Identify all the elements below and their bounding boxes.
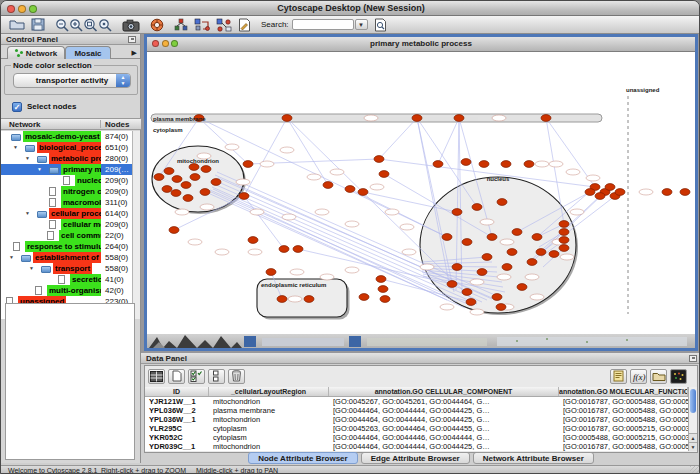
network-node[interactable] xyxy=(605,184,615,191)
import-attributes-icon[interactable] xyxy=(650,369,667,384)
network-node[interactable] xyxy=(479,161,489,168)
delete-attribute-icon[interactable] xyxy=(228,369,245,384)
attribute-table-header[interactable]: ID _cellularLayoutRegion annotation.GO C… xyxy=(145,387,688,397)
expand-arrow-icon[interactable]: ▼ xyxy=(13,142,18,153)
network-node[interactable] xyxy=(662,189,672,196)
network-node[interactable] xyxy=(549,251,559,258)
select-nodes-checkbox[interactable]: ✓ xyxy=(12,102,22,112)
network-node[interactable] xyxy=(172,176,182,183)
tree-row[interactable]: multi-organism pro42(0) xyxy=(1,285,132,296)
network-node[interactable] xyxy=(477,269,487,276)
zoom-fit-icon[interactable] xyxy=(83,17,98,32)
tree-row[interactable]: ▼establishment of lo558(0) xyxy=(1,252,132,263)
vizmapper-icon[interactable] xyxy=(174,17,188,32)
expand-arrow-icon[interactable]: ▼ xyxy=(9,252,14,263)
network-node[interactable] xyxy=(442,234,452,241)
network-node[interactable] xyxy=(243,161,253,168)
network-node[interactable] xyxy=(169,227,179,234)
tab-scroll-right-icon[interactable]: ▶ xyxy=(132,49,137,57)
tab-node-attribute-browser[interactable]: Node Attribute Browser xyxy=(248,452,358,464)
table-row[interactable]: YLR295Ccytoplasm[GO:0045263, GO:0044464,… xyxy=(145,424,688,433)
network-node[interactable] xyxy=(171,190,181,197)
network-node[interactable] xyxy=(502,264,512,271)
network-node[interactable] xyxy=(492,294,502,301)
network-node[interactable] xyxy=(412,115,422,122)
layout-b-icon[interactable] xyxy=(216,17,232,32)
network-node[interactable] xyxy=(154,174,164,181)
expand-arrow-icon[interactable]: ▼ xyxy=(29,263,34,274)
network-node[interactable] xyxy=(615,189,625,196)
network-node[interactable] xyxy=(497,199,507,206)
network-node[interactable] xyxy=(524,161,534,168)
advanced-search-icon[interactable] xyxy=(374,17,387,32)
col-molecular-function[interactable]: annotation.GO MOLECULAR_FUNCTION xyxy=(559,387,688,396)
network-node[interactable] xyxy=(517,284,527,291)
save-icon[interactable] xyxy=(31,17,45,32)
open-icon[interactable] xyxy=(9,17,25,32)
network-node[interactable] xyxy=(304,296,314,303)
network-node[interactable] xyxy=(559,221,569,228)
expand-arrow-icon[interactable]: ▼ xyxy=(25,153,30,164)
network-edge[interactable] xyxy=(379,118,417,159)
select-all-attributes-icon[interactable] xyxy=(188,369,205,384)
network-node[interactable] xyxy=(507,249,517,256)
search-input[interactable] xyxy=(292,19,354,30)
network-node[interactable] xyxy=(248,237,258,244)
network-node[interactable] xyxy=(200,189,210,196)
network-node[interactable] xyxy=(282,115,292,122)
attribute-matrix-icon[interactable] xyxy=(670,369,687,384)
network-node[interactable] xyxy=(183,195,193,202)
tree-row[interactable]: ▼primary metabo209(… xyxy=(1,164,132,175)
table-scrollbar[interactable]: ▲ ▼ xyxy=(688,387,697,451)
network-node[interactable] xyxy=(164,168,174,175)
annotation-icon[interactable] xyxy=(238,17,251,32)
network-node[interactable] xyxy=(201,166,211,173)
zoom-out-icon[interactable] xyxy=(55,17,69,32)
network-node[interactable] xyxy=(559,229,569,236)
table-row[interactable]: YKR052Ccytoplasm[GO:0044464, GO:0044446,… xyxy=(145,433,688,442)
network-node[interactable] xyxy=(211,179,221,186)
network-node[interactable] xyxy=(277,296,287,303)
window-titlebar[interactable]: Cytoscape Desktop (New Session) xyxy=(1,1,700,16)
table-row[interactable]: YDR039C__1mitochondrion[GO:0044464, GO:0… xyxy=(145,442,688,451)
tree-row[interactable]: ▼biological_process651(0) xyxy=(1,142,132,153)
network-node[interactable] xyxy=(541,115,551,122)
float-panel-icon[interactable] xyxy=(128,36,136,43)
tree-row[interactable]: cell communicat22(0) xyxy=(1,230,132,241)
new-attribute-icon[interactable] xyxy=(168,369,185,384)
table-row[interactable]: YJR121W__1mitochondrion[GO:0045267, GO:0… xyxy=(145,397,688,406)
tree-row[interactable]: response to stimulu264(0) xyxy=(1,241,132,252)
network-node[interactable] xyxy=(345,186,355,193)
network-node[interactable] xyxy=(358,189,368,196)
scroll-up-icon[interactable]: ▲ xyxy=(689,433,697,442)
network-node[interactable] xyxy=(323,182,333,189)
tree-row[interactable]: macromolecule311(0) xyxy=(1,197,132,208)
col-id[interactable]: ID xyxy=(145,387,209,396)
annotation-note-icon[interactable] xyxy=(610,369,627,384)
network-node[interactable] xyxy=(595,193,605,200)
network-node[interactable] xyxy=(462,239,472,246)
network-node[interactable] xyxy=(496,304,506,311)
function-builder-icon[interactable]: f(x) xyxy=(630,369,647,384)
tab-network-attribute-browser[interactable]: Network Attribute Browser xyxy=(473,452,594,464)
snapshot-icon[interactable] xyxy=(122,17,140,32)
network-node[interactable] xyxy=(279,246,289,253)
tree-row[interactable]: ▼transport558(0) xyxy=(1,263,132,274)
network-node[interactable] xyxy=(559,237,569,244)
tab-mosaic[interactable]: Mosaic xyxy=(65,46,111,59)
tree-row[interactable]: cellular metabo209(0) xyxy=(1,219,132,230)
col-cellular-component[interactable]: annotation.GO CELLULAR_COMPONENT xyxy=(329,387,559,396)
network-node[interactable] xyxy=(379,171,389,178)
network-node[interactable] xyxy=(462,289,472,296)
unselect-all-attributes-icon[interactable] xyxy=(208,369,225,384)
network-node[interactable] xyxy=(482,254,492,261)
tab-network[interactable]: Network xyxy=(7,46,65,59)
network-node[interactable] xyxy=(190,174,200,181)
network-node[interactable] xyxy=(181,182,191,189)
tree-row[interactable]: nitrogen compo209(0) xyxy=(1,186,132,197)
tab-edge-attribute-browser[interactable]: Edge Attribute Browser xyxy=(361,452,470,464)
attribute-table[interactable]: ID _cellularLayoutRegion annotation.GO C… xyxy=(145,387,688,451)
zoom-in-icon[interactable] xyxy=(69,17,83,32)
network-node[interactable] xyxy=(380,296,390,303)
tree-row[interactable]: mosaic-demo-yeast874(0) xyxy=(1,131,132,142)
